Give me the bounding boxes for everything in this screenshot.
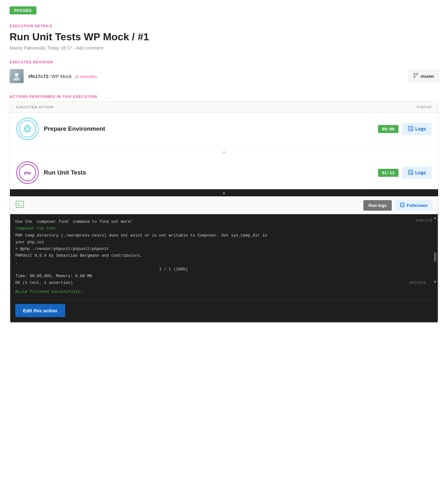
action-name-run: Run Unit Tests bbox=[44, 169, 373, 176]
terminal-scroll-down-arrow[interactable]: ▼ bbox=[434, 280, 436, 284]
terminal-success-label: SUCCESS bbox=[409, 281, 426, 285]
terminal-footer: Edit this action bbox=[10, 300, 438, 322]
terminal-scroll-up-bar: ▲ bbox=[10, 189, 438, 196]
svg-point-3 bbox=[416, 73, 418, 75]
terminal-line-2: PHP temp directory (./wordpress-tests) d… bbox=[15, 232, 433, 239]
terminal-scrollbar[interactable] bbox=[434, 252, 436, 262]
branch-icon bbox=[413, 73, 419, 80]
svg-rect-9 bbox=[16, 201, 24, 207]
revision-info: #fe17c72: WP Mock (4 commits) bbox=[28, 74, 409, 79]
add-comment-link[interactable]: Add comment bbox=[76, 45, 103, 51]
terminal-line-1: composer run test bbox=[15, 225, 433, 232]
action-icon-run: php bbox=[16, 161, 39, 184]
executed-revision-label: EXECUTED REVISION bbox=[10, 60, 438, 64]
svg-rect-10 bbox=[400, 203, 404, 207]
terminal-line-5: PHPUnit 9.5.4 by Sebastian Bergmann and … bbox=[15, 253, 433, 259]
terminal-body: EXECUTE Use the `composer fund` command … bbox=[10, 214, 438, 300]
raw-logs-button[interactable]: Raw logs bbox=[363, 200, 392, 211]
terminal-line-7: 1 / 1 (100%) bbox=[15, 266, 433, 273]
col-header-status: STATUS bbox=[417, 105, 432, 109]
terminal-line-10: Build finished successfully!. bbox=[15, 289, 433, 295]
action-name-prepare: Prepare Environment bbox=[44, 125, 373, 132]
execution-meta: Maciej Palmowski, Today 16:17 - Add comm… bbox=[10, 45, 438, 51]
logs-button-prepare[interactable]: Logs bbox=[402, 123, 432, 135]
terminal-line-8: Time: 00:00.002, Memory: 6.00 MB bbox=[15, 273, 433, 280]
table-row: Prepare Environment 00:00 Logs bbox=[10, 113, 438, 145]
revision-hash: #fe17c72: bbox=[28, 74, 50, 79]
terminal-scroll-up-arrow[interactable]: ▲ bbox=[434, 216, 436, 220]
action-time-run: 01:13 bbox=[378, 169, 398, 177]
svg-point-0 bbox=[15, 73, 19, 77]
terminal-line-3: your php.ini bbox=[15, 239, 433, 246]
svg-point-2 bbox=[414, 73, 415, 75]
terminal-execute-label: EXECUTE bbox=[416, 219, 433, 223]
terminal-icon bbox=[15, 200, 24, 211]
action-icon-prepare bbox=[16, 118, 39, 140]
logs-icon-run bbox=[408, 170, 413, 176]
table-row: php Run Unit Tests 01:13 Logs bbox=[10, 156, 438, 189]
avatar bbox=[10, 69, 24, 83]
chevron-connector: ⌄ bbox=[10, 145, 438, 156]
svg-point-1 bbox=[13, 77, 20, 81]
master-badge: master bbox=[409, 70, 438, 82]
svg-point-4 bbox=[414, 76, 415, 78]
revision-commits: (4 commits) bbox=[75, 74, 97, 79]
logs-button-run[interactable]: Logs bbox=[402, 167, 432, 179]
action-time-prepare: 00:00 bbox=[378, 125, 398, 133]
logs-icon-prepare bbox=[408, 126, 413, 132]
col-header-action: EXECUTED ACTION bbox=[16, 105, 54, 109]
revision-project: WP Mock bbox=[51, 74, 72, 79]
fullscreen-label: Fullscreen bbox=[407, 203, 428, 208]
terminal-line-4: > @php ./vendor/phpunit/phpunit/phpunit bbox=[15, 246, 433, 253]
fullscreen-icon bbox=[400, 203, 405, 208]
master-label: master bbox=[421, 74, 434, 79]
meta-author: Maciej Palmowski bbox=[10, 45, 45, 51]
terminal-line-0: Use the `composer fund` command to find … bbox=[15, 219, 433, 225]
terminal-container: Raw logs Fullscreen EXECUTE Use the `com… bbox=[10, 196, 438, 323]
logs-label-run: Logs bbox=[415, 170, 426, 175]
meta-time: Today 16:17 bbox=[48, 45, 72, 51]
edit-action-button[interactable]: Edit this action bbox=[15, 304, 65, 317]
logs-label-prepare: Logs bbox=[415, 126, 426, 131]
terminal-toolbar: Raw logs Fullscreen bbox=[10, 197, 438, 214]
passed-badge: PASSED bbox=[10, 6, 36, 14]
terminal-line-9: OK (1 test, 1 assertion) bbox=[15, 280, 433, 286]
fullscreen-button[interactable]: Fullscreen bbox=[395, 200, 433, 211]
page-title: Run Unit Tests WP Mock / #1 bbox=[10, 31, 438, 43]
meta-separator: - bbox=[73, 45, 76, 51]
execution-details-label: EXECUTION DETAILS bbox=[10, 24, 438, 28]
actions-performed-label: ACTIONS PERFORMED IN THIS EXECUTION bbox=[10, 95, 438, 98]
terminal-line-6: . bbox=[15, 260, 433, 266]
